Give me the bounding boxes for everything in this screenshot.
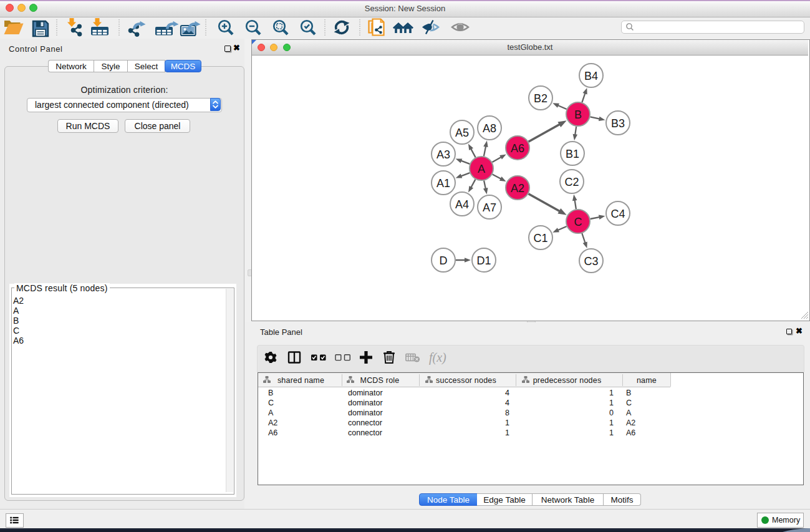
svg-text:B: B	[574, 109, 582, 121]
svg-text:C3: C3	[584, 255, 598, 268]
svg-text:D: D	[440, 254, 448, 267]
svg-text:C4: C4	[610, 208, 625, 220]
svg-text:B4: B4	[584, 70, 598, 82]
svg-text:A3: A3	[436, 148, 450, 161]
svg-text:A: A	[478, 163, 485, 175]
svg-text:A8: A8	[483, 122, 496, 135]
svg-text:C1: C1	[533, 232, 547, 244]
svg-text:A6: A6	[511, 142, 524, 155]
svg-text:A2: A2	[511, 182, 524, 195]
svg-text:A7: A7	[483, 201, 496, 214]
svg-text:C2: C2	[564, 176, 579, 188]
svg-text:A5: A5	[455, 127, 469, 139]
svg-text:A1: A1	[436, 177, 450, 190]
svg-text:B2: B2	[534, 92, 547, 105]
svg-text:D1: D1	[476, 254, 491, 267]
svg-text:A4: A4	[455, 198, 469, 211]
svg-text:f(x): f(x)	[429, 351, 446, 365]
svg-text:B3: B3	[611, 117, 625, 130]
svg-text:C: C	[574, 216, 582, 228]
svg-text:B1: B1	[566, 148, 579, 160]
